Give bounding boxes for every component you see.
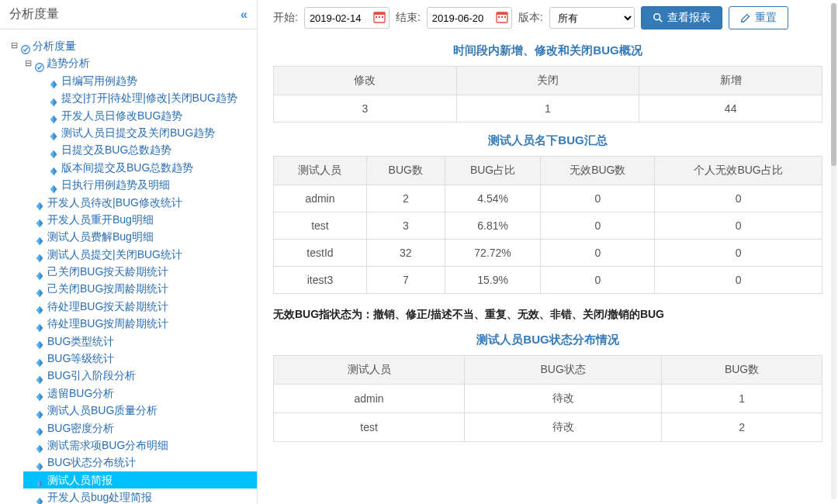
- summary-table: 修改关闭新增 3144: [273, 66, 822, 123]
- tree-item[interactable]: 己关闭BUG按天龄期统计: [23, 263, 257, 280]
- end-date-input[interactable]: [427, 7, 512, 29]
- diamond-icon: [34, 457, 45, 468]
- tree-item[interactable]: 版本间提交及BUG总数趋势: [37, 159, 257, 176]
- tree-item[interactable]: BUG类型统计: [23, 333, 257, 350]
- table-cell: 0: [655, 267, 822, 294]
- tree-item[interactable]: 测试人员简报: [23, 471, 257, 488]
- table-cell: 0: [541, 212, 655, 240]
- tree-item[interactable]: 测试人员费解Bug明细: [23, 228, 257, 245]
- tree-item-label: 测试人员BUG质量分析: [47, 402, 158, 419]
- diamond-icon: [34, 266, 45, 277]
- tree-item[interactable]: 测试人员提交|关闭BUG统计: [23, 246, 257, 263]
- table-cell: test: [274, 212, 367, 240]
- table-header: 个人无效BUG占比: [655, 157, 822, 185]
- table-cell: 3: [274, 95, 457, 123]
- tree-item[interactable]: 测试人员BUG质量分析: [23, 402, 257, 419]
- collapse-icon[interactable]: «: [241, 8, 248, 22]
- filter-bar: 开始: 结束: 版本: 所有 查看报表 重置: [273, 6, 822, 29]
- svg-line-13: [659, 19, 662, 22]
- toggle-icon[interactable]: ⊟: [9, 39, 19, 53]
- tree-item[interactable]: BUG密度分析: [23, 419, 257, 437]
- table-header: 修改: [274, 67, 457, 95]
- table-row: admin待改1: [274, 385, 822, 413]
- version-select[interactable]: 所有: [549, 7, 635, 29]
- tree-item[interactable]: 待处理BUG按天龄期统计: [23, 298, 257, 315]
- diamond-icon: [48, 110, 59, 121]
- tree-item-label: 日提交及BUG总数趋势: [61, 141, 171, 158]
- tree-item[interactable]: ⊟趋势分析: [23, 54, 257, 71]
- toggle-icon[interactable]: ⊟: [23, 57, 33, 71]
- view-report-button[interactable]: 查看报表: [641, 6, 722, 29]
- check-icon: [20, 40, 31, 51]
- diamond-icon: [34, 353, 45, 364]
- table-cell: 2: [662, 413, 822, 442]
- tree-item[interactable]: 日执行用例趋势及明细: [37, 176, 257, 193]
- diamond-icon: [48, 92, 59, 103]
- table-cell: 0: [655, 212, 822, 240]
- table-cell: 32: [366, 240, 445, 267]
- tree-item-label: 日编写用例趋势: [61, 72, 137, 89]
- tree-item[interactable]: 开发人员待改|BUG修改统计: [23, 194, 257, 211]
- tree-item-label: 遗留BUG分析: [47, 385, 114, 402]
- diamond-icon: [48, 127, 59, 138]
- scrollbar[interactable]: [831, 3, 836, 499]
- table-cell: 4.54%: [445, 185, 541, 212]
- tree-item-label: 开发人员重开Bug明细: [47, 211, 154, 228]
- section1-title: 时间段内新增、修改和关闭BUG概况: [273, 43, 822, 58]
- start-date-input[interactable]: [304, 7, 390, 29]
- tree-item-label: 测试人员简报: [47, 471, 113, 488]
- diamond-icon: [34, 197, 45, 208]
- diamond-icon: [48, 75, 59, 86]
- section2-title: 测试人员名下BUG汇总: [273, 133, 822, 148]
- tree-item[interactable]: 测试人员日提交及关闭BUG趋势: [37, 124, 257, 141]
- tree-item[interactable]: 开发人员bug处理简报: [23, 488, 257, 504]
- table-header: BUG占比: [445, 157, 541, 185]
- tree-item[interactable]: 己关闭BUG按周龄期统计: [23, 280, 257, 297]
- tree-item[interactable]: 开发人员重开Bug明细: [23, 211, 257, 228]
- tree-item[interactable]: BUG状态分布统计: [23, 454, 257, 471]
- diamond-icon: [34, 492, 45, 502]
- diamond-icon: [48, 162, 59, 173]
- table-header: 新增: [639, 67, 822, 95]
- tree-item[interactable]: 提交|打开|待处理|修改|关闭BUG趋势: [37, 89, 257, 106]
- table-cell: test: [274, 413, 465, 442]
- table-header: BUG数: [662, 356, 822, 385]
- tree-item-label: BUG状态分布统计: [47, 454, 136, 471]
- diamond-icon: [34, 301, 45, 312]
- tree-item-label: 开发人员待改|BUG修改统计: [47, 194, 182, 211]
- reset-button[interactable]: 重置: [729, 6, 788, 29]
- scrollbar-thumb[interactable]: [831, 3, 836, 166]
- tree-item[interactable]: 开发人员日修改BUG趋势: [37, 107, 257, 124]
- diamond-icon: [34, 214, 45, 225]
- tree-item-label: 己关闭BUG按天龄期统计: [47, 263, 168, 280]
- tree-item[interactable]: ⊟分析度量: [9, 37, 257, 54]
- tree-item[interactable]: 日编写用例趋势: [37, 72, 257, 89]
- tree-item[interactable]: 待处理BUG按周龄期统计: [23, 315, 257, 332]
- table-header: BUG数: [366, 157, 445, 185]
- section3-title: 测试人员BUG状态分布情况: [273, 333, 822, 347]
- table-cell: itest3: [274, 267, 367, 294]
- check-icon: [34, 58, 45, 69]
- tree-item[interactable]: BUG等级统计: [23, 350, 257, 367]
- table-row: admin24.54%00: [274, 185, 822, 212]
- sidebar-header: 分析度量 «: [0, 0, 257, 29]
- diamond-icon: [34, 475, 45, 485]
- tree-item-label: 测试人员费解Bug明细: [47, 228, 154, 245]
- svg-point-12: [653, 14, 660, 20]
- tree-item-label: BUG等级统计: [47, 350, 114, 367]
- table-cell: 1: [662, 385, 822, 413]
- tree-item-label: 日执行用例趋势及明细: [61, 176, 170, 193]
- tree-item[interactable]: 遗留BUG分析: [23, 385, 257, 402]
- invalid-bug-note: 无效BUG指状态为：撤销、修正/描述不当、重复、无效、非错、关闭/撤销的BUG: [273, 308, 822, 322]
- table-header: 无效BUG数: [541, 157, 655, 185]
- tree-item[interactable]: 日提交及BUG总数趋势: [37, 141, 257, 158]
- search-icon: [653, 12, 663, 23]
- tree-item[interactable]: BUG引入阶段分析: [23, 367, 257, 384]
- diamond-icon: [34, 336, 45, 347]
- tree-item-label: 版本间提交及BUG总数趋势: [61, 159, 193, 176]
- tree-item-label: 开发人员bug处理简报: [47, 488, 152, 504]
- table-cell: 0: [541, 267, 655, 294]
- diamond-icon: [34, 249, 45, 260]
- tree-item[interactable]: 测试需求项BUG分布明细: [23, 437, 257, 454]
- table-header: BUG状态: [465, 356, 662, 385]
